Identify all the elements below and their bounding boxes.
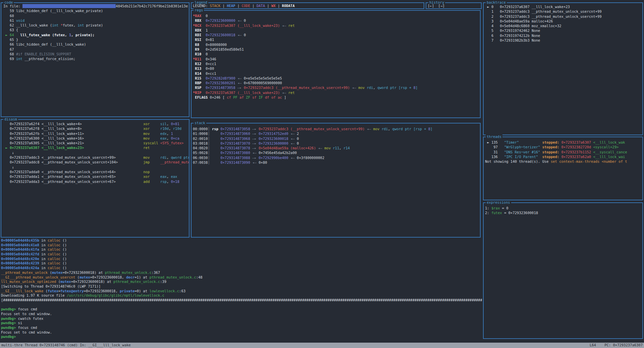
- text-line: pwndbg>: [1, 335, 482, 339]
- text-line: Focus set to cmd window.: [1, 330, 482, 335]
- text-line: 01:0008│ 0×729314873060 —▸ 0×729314752ed…: [193, 131, 479, 136]
- text-line: 00:0000│ rsp 0×729314873058 —▸ 0×7293237…: [193, 127, 479, 131]
- text-line: R13 0×80: [193, 66, 479, 71]
- text-line: Not showing 140 thread(s). Use set conte…: [485, 159, 641, 164]
- text-line: pwndbg> cwatch futex: [1, 316, 482, 321]
- text-line: __GI___pthread_mutex_unlock_usercnt (mut…: [1, 275, 482, 280]
- text-line: 0×7293237addc3 <__pthread_mutex_unlock_u…: [3, 155, 187, 160]
- text-line: 67: [3, 47, 187, 52]
- pwndbg-terminal: code In file: 4845db211e7b42c7176f9be21b…: [0, 0, 644, 348]
- status-bar: multi-thre Thread 0×7293148746 (cmd) In:…: [0, 343, 644, 348]
- text-line: Downloading 1.97 K source file /usr/src/…: [1, 293, 482, 298]
- threads-lines: ► 135 "Timer" stopped: 0×7293237a6307 <_…: [484, 137, 642, 200]
- disasm-lines: 0×7293237a62f4 <__lll_lock_wake+4> xor s…: [1, 120, 189, 237]
- registers-panel: regs *RAX 0 RBX 0×729323600000 ◂— 0*RCX …: [191, 10, 481, 118]
- text-line: 0×00005e04d48c4239 in calloc (): [1, 261, 482, 266]
- text-line: [Switching to Thread 0×7293148746c0 (LWP…: [1, 284, 482, 289]
- text-line: ► 0 0×7293237a6307 __lll_lock_wake+23: [485, 4, 641, 9]
- expressions-panel: expressions 1: $rax = 02: futex = 0×7293…: [483, 202, 643, 339]
- text-line: 31 "DNS Res~ver #16" stopped: 0×7293237b…: [485, 150, 641, 154]
- text-line: 0×00005e04d48c420e in calloc (): [1, 257, 482, 261]
- text-line: 03:0018│ 0×729314873070 —▸ 0×72932360000…: [193, 141, 479, 146]
- text-line: 59 libc_hidden_def (__lll_lock_wake_priv…: [3, 8, 187, 13]
- expressions-lines: 1: $rax = 02: futex = 0×729323600018: [484, 203, 642, 338]
- text-line: [1, 303, 482, 307]
- history-nav-buttons[interactable]: [←] [→]: [426, 3, 481, 8]
- code-lines: In file: 4845db211e7b42c7176f9be21b8301e…: [1, 3, 189, 116]
- text-line: 4 0×5e04d48c6860 moz_xmalloc+32: [485, 23, 641, 28]
- text-line: 0×00005e04d48c42fd in calloc (): [1, 252, 482, 257]
- text-line: RDX 1: [193, 28, 479, 33]
- text-line: pwndbg> si: [1, 321, 482, 326]
- status-bar-right: L64 PC: 0×7293237a6307: [590, 343, 643, 348]
- text-line: 0×7293237a6305 <__lll_lock_wake+21> sysc…: [3, 141, 187, 145]
- text-line: 05:0028│ 0×729314873080 ◂— 0×7456e45da42…: [193, 150, 479, 155]
- text-line: R8 0×80008000: [193, 42, 479, 47]
- text-line: 1 0×7293237addc3 __pthread_mutex_unlock_…: [485, 9, 641, 14]
- text-line: 63 {: [3, 28, 187, 32]
- text-line: RSP 0×729314873058 —▸ 0×7293237addc3 (__…: [193, 85, 479, 90]
- text-line: 2 0×7293237addc3 __pthread_mutex_unlock_…: [485, 14, 641, 19]
- text-line: *RIP 0×7293237a6307 (__lll_lock_wake+23)…: [193, 90, 479, 95]
- text-line: 6 0×72931974212b None: [485, 33, 641, 38]
- backtrace-panel: backtrace ► 0 0×7293237a6307 __lll_lock_…: [483, 2, 643, 135]
- text-line: 0×00005e04d48c435b in calloc (): [1, 238, 482, 243]
- text-line: ► 135 "Timer" stopped: 0×7293237a6307 <_…: [485, 140, 641, 145]
- text-line: R9 0×2d561850ed580e51: [193, 47, 479, 52]
- text-line: RDI 0×729323600018 ◂— 0: [193, 33, 479, 37]
- text-line: RBX 0×729323600000 ◂— 0: [193, 18, 479, 23]
- code-panel: code In file: 4845db211e7b42c7176f9be21b…: [1, 2, 190, 117]
- text-line: R12 0×cc1: [193, 61, 479, 66]
- text-line: 61 void: [3, 18, 187, 23]
- text-line: RBP 0×729323600201 ◂— 0×6700000569000000: [193, 81, 479, 85]
- text-line: 0×7293237adda3 <__pthread_mutex_unlock_u…: [3, 179, 187, 184]
- text-line: RSI 0×81: [193, 37, 479, 42]
- legend-panel: legend LEGEND: STACK | HEAP | CODE | DAT…: [191, 2, 424, 9]
- text-line: pwndbg> focus cmd: [1, 326, 482, 330]
- text-line: 0×7293237a62fb <__lll_lock_wake+11> mov …: [3, 131, 187, 136]
- text-line: 0×00005e04d48c424a in calloc (): [1, 266, 482, 270]
- text-line: ► 64 lll_futex_wake (futex, 1, private);: [3, 33, 187, 37]
- text-line: LEGEND: STACK | HEAP | CODE | DATA | WX …: [193, 3, 422, 8]
- text-line: ↓: [3, 165, 187, 169]
- text-line: 60: [3, 13, 187, 18]
- text-line: [#######################################…: [1, 298, 482, 303]
- text-line: R15 0×729282d8f900 ◂— 0×e5e5e5e5e5e5e5e5: [193, 76, 479, 81]
- text-line: 97 "WrGlyph~terizer" stopped: 0×72932382…: [485, 145, 641, 149]
- status-bar-left: multi-thre Thread 0×7293148746 (cmd) In:…: [1, 343, 131, 348]
- text-line: 02:0010│ 0×729314873068 —▸ 0×72932360001…: [193, 136, 479, 141]
- text-line: 5 0×729319742462 None: [485, 28, 641, 33]
- text-line: 0×00005e04d48c41e8 in calloc (): [1, 243, 482, 248]
- text-line: 7 0×72931982b3b3 None: [485, 38, 641, 43]
- text-line: 0×7293237addc8 <__pthread_mutex_unlock_u…: [3, 160, 187, 164]
- text-line: 0×00005e04d48c41fa in calloc (): [1, 247, 482, 252]
- text-line: EFLAGS 0×246 [ cf PF af ZF sf IF df of a…: [193, 95, 479, 100]
- text-line: 2: futex = 0×729323600018: [485, 210, 641, 215]
- text-line: [←] [→]: [428, 3, 480, 8]
- command-output[interactable]: 0×00005e04d48c435b in calloc ()0×00005e0…: [0, 238, 482, 341]
- text-line: ► 0×7293237a6307 <__lll_lock_wake+23> re…: [3, 145, 187, 150]
- text-line: R10 0: [193, 52, 479, 56]
- text-line: 1: $rax = 0: [485, 206, 641, 210]
- text-line: In file: 4845db211e7b42c7176f9be21b8301e…: [3, 4, 187, 8]
- text-line: 0×7293237adda1 <__pthread_mutex_unlock_u…: [3, 174, 187, 179]
- history-panel: history [←] [→]: [426, 2, 482, 9]
- text-line: 06:0030│ 0×729314873088 —▸ 0×7292990be40…: [193, 155, 479, 160]
- text-line: ↓: [3, 150, 187, 155]
- text-line: 3 0×5e04d48ae59a malloc+426: [485, 19, 641, 23]
- text-line: pwndbg> focus cmd: [1, 307, 482, 312]
- text-line: *R11 0×346: [193, 57, 479, 61]
- text-line: __GI___lll_lock_wake (futex=futex@entry=…: [1, 289, 482, 294]
- text-line: 65 }: [3, 37, 187, 42]
- disasm-panel: disasm 0×7293237a62f4 <__lll_lock_wake+4…: [1, 119, 190, 238]
- text-line: 69 int __pthread_force_elision;: [3, 56, 187, 61]
- text-line: 68 #if ENABLE_ELISION_SUPPORT: [3, 52, 187, 56]
- text-line: __pthread_mutex_unlock (mutex=0×72932360…: [1, 270, 482, 275]
- text-line: lll_mutex_unlock_optimized (mutex=0×7293…: [1, 280, 482, 284]
- text-line: 136 "IPC I/O Parent" stopped: 0×7293237a…: [485, 154, 641, 159]
- text-line: 0×7293237a6300 <__lll_lock_wake+16> mov …: [3, 136, 187, 141]
- text-line: 66 libc_hidden_def (__lll_lock_wake): [3, 42, 187, 47]
- stack-panel: stack 00:0000│ rsp 0×729314873058 —▸ 0×7…: [191, 123, 481, 238]
- stack-lines: 00:0000│ rsp 0×729314873058 —▸ 0×7293237…: [192, 123, 480, 237]
- threads-panel: threads ► 135 "Timer" stopped: 0×7293237…: [483, 137, 643, 200]
